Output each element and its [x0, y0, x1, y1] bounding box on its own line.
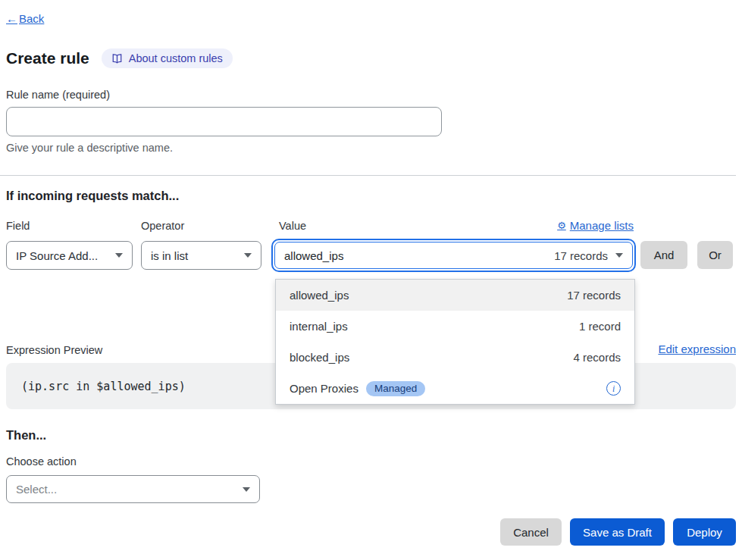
list-item-record-count: 1 record	[579, 320, 621, 333]
list-item-allowed-ips[interactable]: allowed_ips 17 records	[276, 280, 634, 311]
gear-icon: ⚙	[557, 220, 566, 231]
manage-lists-link[interactable]: ⚙ Manage lists	[557, 219, 634, 232]
page-title: Create rule	[6, 49, 89, 67]
choose-action-label: Choose action	[6, 455, 77, 468]
field-label: Field	[6, 220, 30, 232]
field-select[interactable]: IP Source Add...	[6, 241, 133, 270]
value-select[interactable]: allowed_ips 17 records	[271, 239, 636, 272]
then-section-heading: Then...	[6, 428, 46, 443]
action-select-placeholder: Select...	[16, 483, 57, 496]
managed-badge: Managed	[366, 381, 425, 396]
manage-lists-label: Manage lists	[570, 219, 634, 232]
operator-select-value: is in list	[151, 249, 188, 262]
and-button[interactable]: And	[640, 241, 687, 269]
list-item-open-proxies[interactable]: Open Proxies Managed i	[276, 373, 634, 404]
list-item-name: Open Proxies	[290, 382, 358, 395]
list-item-blocked-ips[interactable]: blocked_ips 4 records	[276, 342, 634, 373]
back-link-label: Back	[19, 12, 44, 25]
chevron-down-icon	[115, 253, 123, 258]
about-custom-rules-label: About custom rules	[129, 52, 223, 64]
or-button[interactable]: Or	[697, 241, 733, 269]
rule-name-help: Give your rule a descriptive name.	[6, 142, 173, 154]
deploy-button[interactable]: Deploy	[673, 518, 736, 546]
list-dropdown-menu: allowed_ips 17 records internal_ips 1 re…	[275, 279, 635, 405]
back-link[interactable]: ← Back	[6, 12, 44, 25]
value-select-value: allowed_ips	[284, 249, 343, 262]
save-as-draft-button[interactable]: Save as Draft	[570, 518, 665, 546]
back-arrow-icon: ←	[6, 12, 17, 25]
rule-name-label: Rule name (required)	[6, 89, 110, 101]
about-custom-rules-link[interactable]: About custom rules	[102, 48, 233, 68]
create-rule-page: ← Back Create rule About custom rules Ru…	[0, 0, 742, 560]
value-label: Value	[279, 220, 306, 232]
cancel-button[interactable]: Cancel	[500, 518, 562, 546]
info-icon[interactable]: i	[606, 381, 621, 396]
edit-expression-link[interactable]: Edit expression	[658, 343, 736, 355]
operator-label: Operator	[141, 220, 184, 232]
list-item-name: allowed_ips	[290, 289, 349, 302]
match-section-heading: If incoming requests match...	[6, 189, 179, 203]
chevron-down-icon	[243, 487, 250, 492]
list-item-record-count: 4 records	[573, 351, 621, 364]
field-select-value: IP Source Add...	[16, 249, 98, 262]
action-select[interactable]: Select...	[6, 475, 260, 503]
list-item-name: blocked_ips	[290, 351, 349, 364]
list-item-internal-ips[interactable]: internal_ips 1 record	[276, 311, 634, 342]
list-item-record-count: 17 records	[567, 289, 621, 302]
value-select-record-count: 17 records	[554, 249, 608, 262]
expression-preview-label: Expression Preview	[6, 344, 102, 356]
chevron-down-icon	[615, 253, 623, 258]
list-item-name: internal_ips	[290, 320, 348, 333]
expression-code: (ip.src in $allowed_ips)	[6, 380, 186, 393]
rule-name-input[interactable]	[6, 107, 442, 136]
operator-select[interactable]: is in list	[141, 241, 261, 270]
section-divider	[0, 175, 736, 176]
book-icon	[111, 53, 123, 64]
chevron-down-icon	[244, 253, 252, 258]
